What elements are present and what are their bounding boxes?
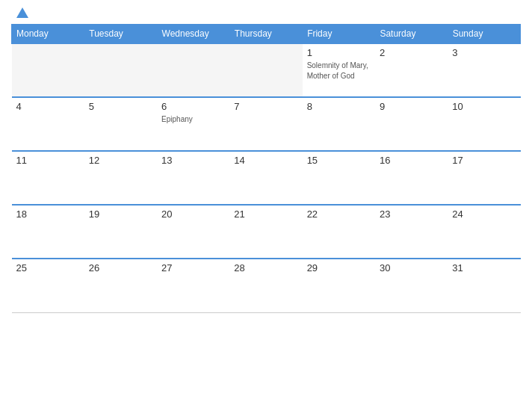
day-number: 2 [380,47,443,58]
calendar-cell: 29 [303,259,375,312]
dow-header: Monday [12,25,84,44]
day-number: 25 [16,262,80,274]
day-number: 30 [380,262,443,274]
day-number: 17 [452,155,516,166]
calendar-cell: 12 [84,151,157,205]
calendar-cell: 9 [375,97,448,151]
calendar-cell: 30 [375,259,448,312]
calendar-header-row: MondayTuesdayWednesdayThursdayFridaySatu… [12,25,521,44]
calendar-cell [84,43,157,97]
calendar-week-row: 25262728293031 [12,259,521,312]
calendar-cell [157,43,229,97]
day-number: 15 [307,155,371,166]
calendar-cell: 28 [229,259,302,312]
day-number: 28 [234,262,297,274]
calendar-cell: 2 [375,43,448,97]
calendar-cell: 23 [375,205,448,259]
logo-triangle-icon [16,7,28,18]
day-number: 13 [161,155,225,166]
day-number: 7 [234,101,297,112]
dow-header: Saturday [375,25,448,44]
dow-header: Friday [303,25,375,44]
day-number: 8 [307,101,371,112]
calendar-cell: 27 [157,259,229,312]
day-number: 16 [380,155,443,166]
day-number: 26 [89,262,152,274]
day-number: 29 [307,262,371,274]
day-number: 20 [161,208,225,220]
calendar-cell: 19 [84,205,157,259]
calendar-page: MondayTuesdayWednesdayThursdayFridaySatu… [0,0,532,411]
calendar-week-row: 11121314151617 [12,151,521,205]
calendar-cell: 6Epiphany [157,97,229,151]
calendar-cell: 16 [375,151,448,205]
calendar-week-row: 1Solemnity of Mary, Mother of God23 [12,43,521,97]
calendar-cell: 24 [448,205,520,259]
calendar-cell: 11 [12,151,84,205]
day-number: 22 [307,208,371,220]
calendar-cell: 20 [157,205,229,259]
calendar-cell: 4 [12,97,84,151]
calendar-week-row: 456Epiphany78910 [12,97,521,151]
day-number: 4 [16,101,80,112]
calendar-week-row: 18192021222324 [12,205,521,259]
day-number: 12 [89,155,152,166]
day-number: 3 [452,47,516,58]
day-number: 1 [307,47,371,58]
day-number: 14 [234,155,297,166]
day-number: 24 [452,208,516,220]
dow-header: Wednesday [157,25,229,44]
day-number: 9 [380,101,443,112]
calendar-cell: 25 [12,259,84,312]
calendar-cell: 13 [157,151,229,205]
day-number: 31 [452,262,516,274]
day-number: 5 [89,101,152,112]
calendar-header [11,7,521,18]
calendar-table: MondayTuesdayWednesdayThursdayFridaySatu… [11,24,521,313]
calendar-cell: 14 [229,151,302,205]
calendar-cell: 7 [229,97,302,151]
day-number: 19 [89,208,152,220]
calendar-cell [12,43,84,97]
calendar-cell: 21 [229,205,302,259]
day-number: 6 [161,101,225,112]
day-number: 11 [16,155,80,166]
calendar-cell: 15 [303,151,375,205]
day-number: 21 [234,208,297,220]
calendar-cell: 8 [303,97,375,151]
calendar-cell: 18 [12,205,84,259]
calendar-cell [229,43,302,97]
day-event: Epiphany [161,115,193,123]
dow-header: Sunday [448,25,520,44]
calendar-cell: 26 [84,259,157,312]
calendar-cell: 17 [448,151,520,205]
day-number: 23 [380,208,443,220]
calendar-cell: 5 [84,97,157,151]
day-event: Solemnity of Mary, Mother of God [307,61,368,80]
day-number: 10 [452,101,516,112]
calendar-cell: 1Solemnity of Mary, Mother of God [303,43,375,97]
day-number: 27 [161,262,225,274]
calendar-cell: 31 [448,259,520,312]
calendar-cell: 3 [448,43,520,97]
dow-header: Thursday [229,25,302,44]
dow-header: Tuesday [84,25,157,44]
logo [15,7,28,18]
calendar-cell: 10 [448,97,520,151]
calendar-cell: 22 [303,205,375,259]
day-number: 18 [16,208,80,220]
